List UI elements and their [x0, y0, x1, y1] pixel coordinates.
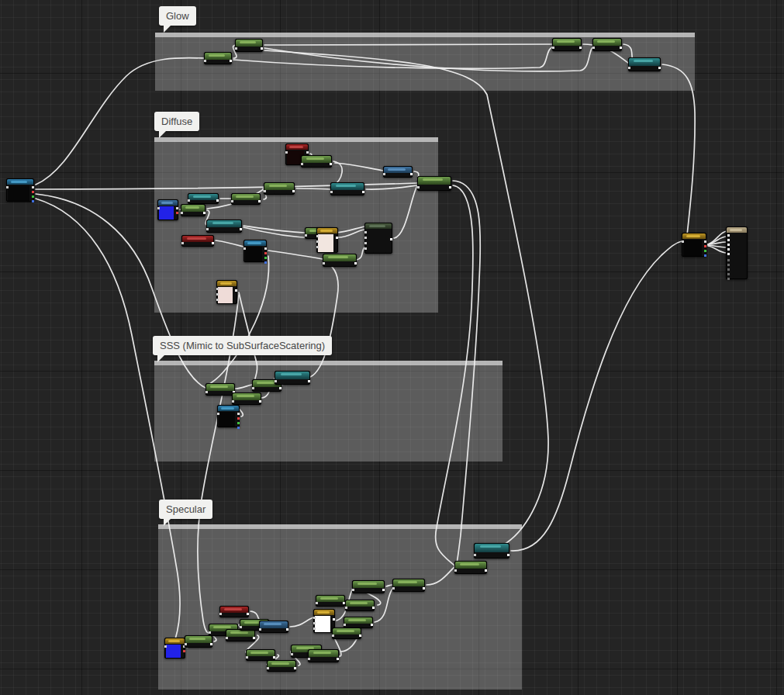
comment-label-sss[interactable]: SSS (Mimic to SubSurfaceScatering) — [153, 336, 332, 355]
comment-label-tail — [159, 130, 167, 138]
comment-label-tail — [164, 518, 171, 526]
comment-label-diffuse[interactable]: Diffuse — [154, 112, 199, 131]
graph-canvas[interactable]: GlowDiffuseSSS (Mimic to SubSurfaceScate… — [0, 0, 784, 695]
comment-label-tail — [164, 25, 171, 33]
comment-labels-layer: GlowDiffuseSSS (Mimic to SubSurfaceScate… — [0, 0, 784, 695]
comment-label-specular[interactable]: Specular — [159, 500, 212, 519]
comment-label-tail — [157, 354, 165, 362]
comment-label-glow[interactable]: Glow — [159, 6, 196, 26]
